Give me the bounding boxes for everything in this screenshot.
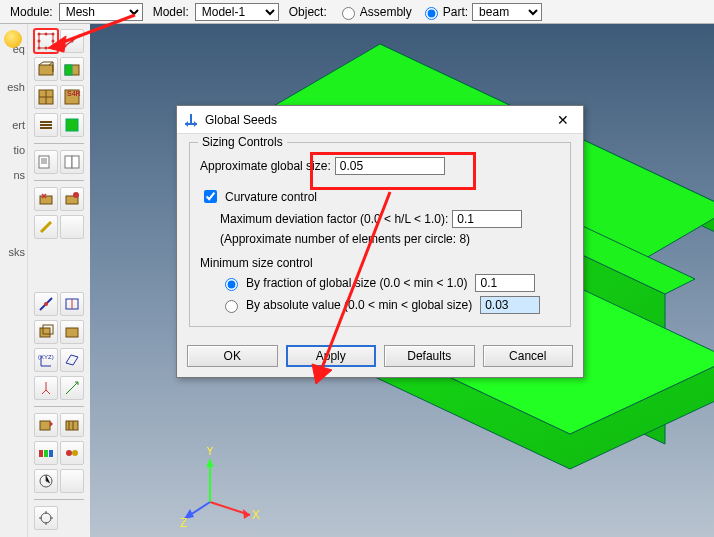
object-label: Object: bbox=[289, 5, 327, 19]
element-type-tool[interactable] bbox=[34, 85, 58, 109]
adaptive-remesh-tool[interactable] bbox=[34, 215, 58, 239]
hint-bulb-icon[interactable] bbox=[4, 30, 22, 48]
svg-rect-21 bbox=[72, 156, 79, 168]
min-fraction-input[interactable] bbox=[475, 274, 535, 292]
edit-mesh-tool[interactable] bbox=[60, 187, 84, 211]
svg-marker-60 bbox=[185, 121, 188, 127]
module-label: Module: bbox=[10, 5, 53, 19]
min-fraction-radio[interactable] bbox=[225, 278, 238, 291]
ok-button[interactable]: OK bbox=[187, 345, 278, 367]
svg-point-4 bbox=[52, 47, 55, 50]
display-group-tool[interactable] bbox=[60, 441, 84, 465]
mesh-edit-2-tool[interactable] bbox=[60, 215, 84, 239]
svg-rect-12 bbox=[39, 65, 53, 75]
axis-triad: X Y Z bbox=[180, 447, 260, 527]
mesh-region-tool[interactable] bbox=[60, 57, 84, 81]
svg-rect-0 bbox=[39, 34, 53, 48]
svg-marker-55 bbox=[206, 459, 214, 467]
model-label: Model: bbox=[153, 5, 189, 19]
sizing-controls-group: Sizing Controls Approximate global size:… bbox=[189, 142, 571, 327]
partition-edge-tool[interactable] bbox=[34, 292, 58, 316]
mesh-controls-tool[interactable]: S4R bbox=[60, 85, 84, 109]
swept-mesh-tool[interactable] bbox=[34, 413, 58, 437]
maxdev-input[interactable] bbox=[452, 210, 522, 228]
min-absolute-input[interactable] bbox=[480, 296, 540, 314]
svg-text:S4R: S4R bbox=[67, 90, 81, 97]
svg-point-6 bbox=[45, 47, 48, 50]
curvature-checkbox[interactable] bbox=[204, 190, 217, 203]
svg-text:Z: Z bbox=[180, 516, 187, 527]
global-seeds-dialog: Global Seeds ✕ Sizing Controls Approxima… bbox=[176, 105, 584, 378]
sizing-controls-legend: Sizing Controls bbox=[198, 135, 287, 149]
svg-point-9 bbox=[64, 45, 67, 48]
datum-csys-tool[interactable]: (XYZ) bbox=[34, 348, 58, 372]
svg-rect-33 bbox=[39, 450, 43, 457]
dialog-icon bbox=[183, 112, 199, 128]
min-absolute-radio[interactable] bbox=[225, 300, 238, 313]
seed-part-tool[interactable] bbox=[34, 29, 58, 53]
dialog-title: Global Seeds bbox=[205, 113, 277, 127]
svg-rect-35 bbox=[49, 450, 53, 457]
svg-point-8 bbox=[52, 40, 55, 43]
svg-rect-29 bbox=[66, 328, 78, 337]
partition-cell-tool[interactable] bbox=[34, 320, 58, 344]
svg-rect-32 bbox=[66, 421, 78, 430]
svg-point-3 bbox=[38, 47, 41, 50]
context-bar: Module: Mesh Model: Model-1 Object: Asse… bbox=[0, 0, 714, 24]
dialog-button-bar: OK Apply Defaults Cancel bbox=[177, 339, 583, 377]
close-icon[interactable]: ✕ bbox=[549, 110, 577, 130]
dialog-titlebar[interactable]: Global Seeds ✕ bbox=[177, 106, 583, 134]
left-cropped-panel: eqesh erttionssks bbox=[0, 24, 28, 537]
svg-rect-34 bbox=[44, 450, 48, 457]
part-radio[interactable] bbox=[425, 7, 438, 20]
svg-rect-31 bbox=[40, 421, 50, 430]
misc-tool[interactable] bbox=[60, 469, 84, 493]
mesh-stats-tool[interactable] bbox=[60, 150, 84, 174]
virtual-topo-tool[interactable] bbox=[60, 320, 84, 344]
plugins-tool[interactable] bbox=[34, 506, 58, 530]
seed-edges-tool[interactable] bbox=[60, 29, 84, 53]
min-size-legend: Minimum size control bbox=[200, 256, 560, 270]
part-radio-label: Part: bbox=[443, 5, 468, 19]
svg-point-11 bbox=[78, 35, 81, 38]
datum-plane-tool[interactable] bbox=[60, 348, 84, 372]
cancel-button[interactable]: Cancel bbox=[483, 345, 574, 367]
delete-mesh-tool[interactable] bbox=[34, 187, 58, 211]
svg-point-5 bbox=[45, 33, 48, 36]
min-fraction-label: By fraction of global size (0.0 < min < … bbox=[246, 276, 467, 290]
svg-point-10 bbox=[71, 40, 74, 43]
part-select[interactable]: beam bbox=[472, 3, 542, 21]
mesh-part-tool[interactable] bbox=[34, 57, 58, 81]
mesh-quality-tool[interactable] bbox=[34, 469, 58, 493]
min-absolute-label: By absolute value (0.0 < min < global si… bbox=[246, 298, 472, 312]
svg-point-37 bbox=[72, 450, 78, 456]
svg-point-36 bbox=[66, 450, 72, 456]
partition-face-tool[interactable] bbox=[60, 292, 84, 316]
approx-circle-note: (Approximate number of elements per circ… bbox=[220, 232, 470, 246]
verify-mesh-tool[interactable] bbox=[60, 113, 84, 137]
svg-point-39 bbox=[41, 513, 51, 523]
datum-toolbox: (XYZ) bbox=[32, 290, 86, 532]
model-select[interactable]: Model-1 bbox=[195, 3, 279, 21]
color-code-tool[interactable] bbox=[34, 441, 58, 465]
assembly-radio[interactable] bbox=[342, 7, 355, 20]
svg-point-25 bbox=[44, 302, 48, 306]
module-select[interactable]: Mesh bbox=[59, 3, 143, 21]
svg-rect-27 bbox=[40, 328, 50, 337]
svg-marker-61 bbox=[194, 121, 197, 127]
datum-point-tool[interactable] bbox=[60, 376, 84, 400]
apply-button[interactable]: Apply bbox=[286, 345, 377, 367]
assign-stack-tool[interactable] bbox=[34, 113, 58, 137]
query-tool[interactable] bbox=[34, 150, 58, 174]
svg-text:Y: Y bbox=[206, 447, 214, 458]
defaults-button[interactable]: Defaults bbox=[384, 345, 475, 367]
svg-text:X: X bbox=[252, 508, 260, 522]
svg-point-7 bbox=[38, 40, 41, 43]
approx-size-label: Approximate global size: bbox=[200, 159, 331, 173]
svg-point-24 bbox=[73, 192, 79, 198]
svg-rect-20 bbox=[65, 156, 72, 168]
svg-text:(XYZ): (XYZ) bbox=[38, 354, 54, 360]
approx-size-input[interactable] bbox=[335, 157, 445, 175]
orient-stack-tool[interactable] bbox=[60, 413, 84, 437]
datum-axis-tool[interactable] bbox=[34, 376, 58, 400]
